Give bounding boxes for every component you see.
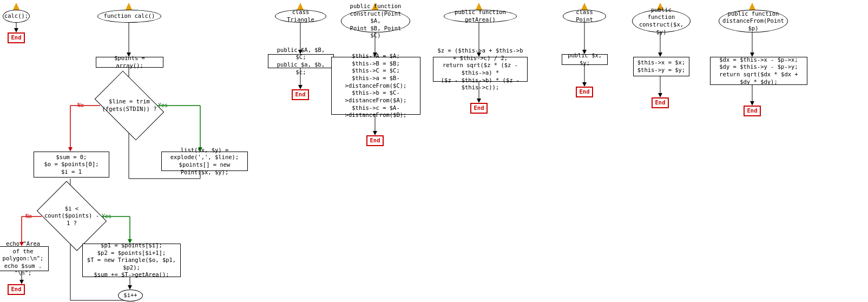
construct-triangle-label: public functionconstruct(Point $A,Point …: [347, 3, 404, 40]
class-triangle-label: class Triangle: [281, 9, 320, 23]
get-area-body-node: $z = ($this->a + $this->b + $this->c) / …: [433, 57, 528, 82]
arrowhead-loop-inc: [128, 285, 132, 290]
get-area-label: public function getArea(): [450, 9, 511, 23]
yes-label-2: Yes: [102, 213, 111, 220]
calc-entry-node: calc();: [3, 10, 30, 23]
arrowhead-calc-end: [14, 28, 18, 32]
calc-entry-label: calc();: [4, 12, 28, 20]
distance-from-end-label: End: [747, 107, 758, 115]
flowchart-canvas: calc(); End function calc() $points = ar…: [0, 0, 868, 302]
line-trim-diamond-node: $line = trim(fgets(STDIN)) ?: [100, 86, 159, 126]
distance-from-body-node: $dx = $this->x - $p->x;$dy = $this->y - …: [710, 57, 807, 85]
arrowhead-areabody-end: [477, 99, 481, 103]
arrowhead-props-triend: [298, 85, 303, 89]
sum-assign-label: $sum = 0;$o = $points[0];$i = 1: [44, 154, 98, 176]
echo-area-node: echo "Area of the polygon:\n";echo $sum …: [0, 246, 49, 271]
construct-triangle-body-label: $this->A = $A;$this->B = $B;$this->C = $…: [335, 52, 417, 119]
orange-arrow-8: [749, 3, 755, 10]
get-area-end-label: End: [474, 104, 484, 112]
get-area-node: public function getArea(): [444, 10, 517, 23]
construct-triangle-node: public functionconstruct(Point $A,Point …: [341, 10, 410, 32]
i-inc-node: $i++: [118, 290, 143, 301]
construct-point-label: public functionconstruct($x, $y): [638, 6, 685, 36]
diamond-text-2: $i < count($points) - 1 ?: [43, 205, 100, 227]
triangle-end-node: End: [292, 89, 309, 100]
triangle-props-label: public $A, $B, $C;public $a, $b, $c;: [272, 47, 330, 76]
sum-assign-node: $sum = 0;$o = $points[0];$i = 1: [34, 152, 109, 178]
diamond-text-1: $line = trim(fgets(STDIN)) ?: [102, 98, 156, 113]
construct-triangle-end-node: End: [366, 135, 384, 146]
calc-end-node: End: [8, 32, 25, 43]
class-point-node: class Point: [563, 10, 606, 23]
construct-triangle-body-node: $this->A = $A;$this->B = $B;$this->C = $…: [331, 57, 420, 115]
function-calc-node: function calc(): [97, 10, 161, 23]
arrowhead-pointprops-end: [582, 82, 587, 87]
loop-body-node: $p1 = $points[$i];$p2 = $points[$i+1];$T…: [82, 244, 181, 277]
construct-point-node: public functionconstruct($x, $y): [632, 10, 691, 32]
get-area-body-label: $z = ($this->a + $this->b + $this->c) / …: [437, 47, 524, 91]
function-calc-label: function calc(): [104, 12, 155, 20]
construct-point-body-label: $this->x = $x;$this->y = $y;: [637, 59, 686, 74]
point-end-label: End: [580, 88, 590, 96]
construct-point-end-node: End: [652, 97, 669, 108]
arrowhead-distbody-end: [750, 101, 754, 106]
construct-point-end-label: End: [655, 99, 666, 107]
construct-triangle-end-label: End: [370, 137, 380, 145]
arrowhead-conpointbody-end: [658, 93, 662, 97]
explode-assign-node: list($x, $y) = explode(',', $line);$poin…: [161, 152, 248, 171]
points-assign-node: $points = array();: [96, 57, 163, 68]
i-count-diamond-node: $i < count($points) - 1 ?: [43, 195, 100, 237]
point-props-label: public $x, $y;: [565, 52, 604, 67]
distance-from-label: public functiondistanceFrom(Point $p): [722, 10, 784, 32]
get-area-end-node: End: [470, 103, 488, 114]
distance-from-end-node: End: [744, 106, 761, 116]
arrowhead-echo-end: [19, 280, 24, 284]
loop-body-label: $p1 = $points[$i];$p2 = $points[$i+1];$T…: [86, 242, 177, 279]
no-label-1: No: [77, 102, 84, 109]
triangle-end-label: End: [295, 91, 306, 99]
points-assign-label: $points = array();: [100, 55, 160, 69]
orange-arrow-1: [13, 3, 19, 10]
construct-point-body-node: $this->x = $x;$this->y = $y;: [633, 57, 689, 76]
explode-assign-label: list($x, $y) = explode(',', $line);$poin…: [165, 147, 244, 176]
i-inc-label: $i++: [123, 292, 137, 299]
end1-node: End: [8, 284, 25, 295]
no-label-2: No: [25, 213, 32, 220]
calc-end-label: End: [11, 34, 22, 42]
yes-label-1: Yes: [158, 102, 168, 109]
arrowhead-body-conend: [373, 131, 377, 135]
arrowhead-conpoint-body: [658, 52, 662, 57]
class-point-label: class Point: [569, 9, 600, 23]
distance-from-node: public functiondistanceFrom(Point $p): [719, 10, 788, 32]
arrowhead-no-sum: [68, 147, 73, 152]
end1-label: End: [11, 286, 22, 293]
point-end-node: End: [576, 87, 593, 97]
class-triangle-node: class Triangle: [275, 10, 326, 23]
point-props-node: public $x, $y;: [562, 54, 608, 65]
echo-area-label: echo "Area of the polygon:\n";echo $sum …: [1, 240, 45, 277]
triangle-props-node: public $A, $B, $C;public $a, $b, $c;: [268, 54, 334, 68]
orange-arrow-2: [126, 3, 132, 10]
distance-from-body-label: $dx = $this->x - $p->x;$dy = $this->y - …: [714, 56, 804, 86]
